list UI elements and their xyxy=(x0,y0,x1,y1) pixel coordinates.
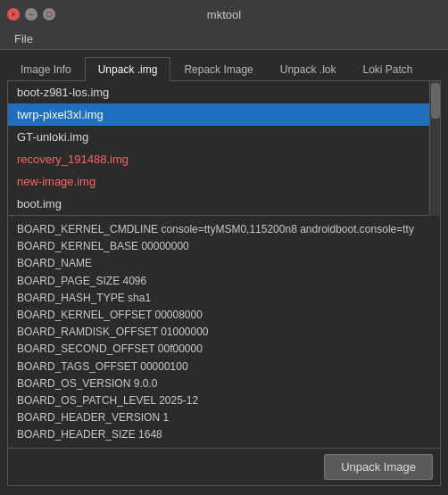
tab-content: boot-z981-los.imgtwrp-pixel3xl.imgGT-unl… xyxy=(7,81,441,486)
window-controls[interactable]: × − □ xyxy=(7,8,55,21)
info-line: BOARD_HASH_TYPE sha1 xyxy=(17,290,431,307)
info-line: BOARD_PAGE_SIZE 4096 xyxy=(17,273,431,290)
info-line: BOARD_TAGS_OFFSET 00000100 xyxy=(17,359,431,375)
file-item[interactable]: new-image.img xyxy=(8,170,429,193)
info-line: BOARD_HEADER_VERSION 1 xyxy=(17,409,431,426)
info-line: BOARD_KERNEL_OFFSET 00008000 xyxy=(17,307,431,324)
file-item[interactable]: boot.img xyxy=(8,193,429,215)
file-item[interactable]: boot-z981-los.img xyxy=(8,81,429,103)
window-title: mktool xyxy=(55,8,393,21)
main-content: Image Info Unpack .img Repack Image Unpa… xyxy=(0,50,448,493)
scrollbar-track[interactable] xyxy=(429,81,440,216)
scrollbar-thumb[interactable] xyxy=(431,83,440,119)
tab-loki-patch[interactable]: Loki Patch xyxy=(349,57,426,81)
file-list-container: boot-z981-los.imgtwrp-pixel3xl.imgGT-unl… xyxy=(8,81,440,216)
info-line: BOARD_NAME xyxy=(17,255,431,272)
maximize-button[interactable]: □ xyxy=(43,8,55,21)
info-line: BOARD_RAMDISK_OFFSET 01000000 xyxy=(17,324,431,341)
bottom-bar: Unpack Image xyxy=(8,448,440,485)
minimize-button[interactable]: − xyxy=(25,8,37,21)
info-line: BOARD_KERNEL_BASE 00000000 xyxy=(17,238,431,255)
file-list: boot-z981-los.imgtwrp-pixel3xl.imgGT-unl… xyxy=(8,81,429,216)
unpack-image-button[interactable]: Unpack Image xyxy=(324,454,433,480)
tabbar: Image Info Unpack .img Repack Image Unpa… xyxy=(7,57,441,81)
info-line: BOARD_OS_VERSION 9.0.0 xyxy=(17,375,431,392)
info-line: BOARD_SECOND_OFFSET 00f00000 xyxy=(17,341,431,358)
menu-file[interactable]: File xyxy=(7,30,40,47)
tab-repack-image[interactable]: Repack Image xyxy=(170,57,266,81)
tab-image-info[interactable]: Image Info xyxy=(7,57,85,81)
tab-unpack-lok[interactable]: Unpack .lok xyxy=(267,57,350,81)
titlebar: × − □ mktool xyxy=(0,0,448,29)
menubar: File xyxy=(0,29,448,50)
info-line: BOARD_HEADER_SIZE 1648 xyxy=(17,426,431,443)
file-item[interactable]: twrp-pixel3xl.img xyxy=(8,103,429,126)
info-line: BOARD_OS_PATCH_LEVEL 2025-12 xyxy=(17,392,431,409)
info-panel: BOARD_KERNEL_CMDLINE console=ttyMSM0,115… xyxy=(8,216,440,448)
info-line: BOARD_KERNEL_CMDLINE console=ttyMSM0,115… xyxy=(17,221,431,238)
tab-unpack-img[interactable]: Unpack .img xyxy=(85,57,171,81)
file-item[interactable]: recovery_191488.img xyxy=(8,148,429,170)
file-item[interactable]: GT-unloki.img xyxy=(8,126,429,148)
close-button[interactable]: × xyxy=(7,8,20,21)
